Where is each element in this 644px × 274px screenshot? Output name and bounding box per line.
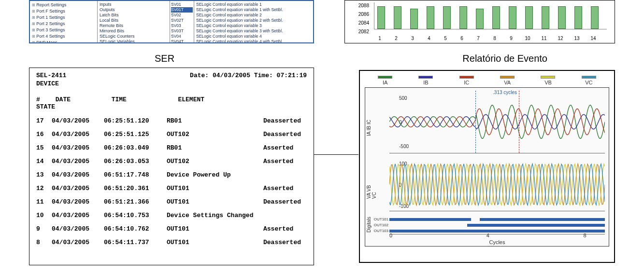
digital-row: OUT102 [389, 223, 605, 228]
bar [509, 6, 516, 29]
category-item[interactable]: Local Bits [100, 18, 168, 23]
bar-y-tick: 2088 [348, 1, 369, 10]
category-item[interactable]: Outputs [100, 7, 168, 13]
legend-item: VC [582, 76, 596, 85]
bar-x-tick: 2 [391, 36, 401, 41]
sv-item[interactable]: SV03 [171, 23, 193, 28]
settings-category-list[interactable]: InputsOutputsLatch BitsLocal BitsRemote … [98, 1, 170, 42]
bar [558, 6, 566, 29]
sv-description: SELogic Control equation variable 1 [196, 2, 311, 7]
settings-panel: Report SettingsPort F SettingsPort 1 Set… [29, 0, 314, 43]
category-item[interactable]: Mirrored Bits [100, 28, 168, 34]
sv-item[interactable]: SV04T [171, 39, 193, 43]
legend-swatch [418, 76, 433, 79]
bar-chart-x-axis: 1234567891011121314 [374, 31, 607, 41]
event-x-axis: Cycles 048 [389, 233, 605, 244]
category-item[interactable]: SELogic Counters [100, 34, 168, 39]
sv-description: SELogic Control equation variable 4 with… [196, 39, 311, 43]
legend-item: IA [378, 76, 392, 85]
fault-cursor[interactable] [475, 91, 476, 153]
sv-item[interactable]: SV01 [171, 2, 193, 7]
bar-x-tick: 8 [490, 36, 500, 41]
digitals-subplot: OUT101OUT102OUT103 [389, 215, 605, 234]
event-report-title: Relatório de Evento [462, 53, 547, 64]
legend-item: VA [500, 76, 515, 85]
current-subplot: 5000-500.313 cycles [389, 91, 605, 153]
digital-label: OUT101 [366, 217, 388, 221]
tree-item[interactable]: Report Settings [32, 2, 95, 8]
tree-item[interactable]: Port 2 Settings [32, 21, 95, 27]
ser-row: 804/03/200506:54:11.737OUT101Deasserted [36, 236, 307, 249]
bar [542, 6, 549, 29]
digital-label: OUT103 [366, 229, 388, 233]
ser-row: 1704/03/200506:25:51.120RB01Deasserted [36, 114, 307, 128]
sv-item[interactable]: SV03T [171, 28, 193, 34]
ser-rows: 1704/03/200506:25:51.120RB01Deasserted16… [36, 114, 307, 249]
digital-row: OUT101 [389, 217, 605, 222]
bar [377, 6, 385, 29]
voltage-subplot: 1000-100 [389, 158, 605, 211]
ser-col-elem: ELEMENT [178, 96, 274, 103]
ser-col-date: DATE [56, 96, 108, 103]
ser-row: 1304/03/200506:51:17.748Device Powered U… [36, 168, 307, 182]
sv-item[interactable]: SV04 [171, 34, 193, 39]
bar-x-tick: 9 [506, 36, 516, 41]
bar [427, 6, 434, 29]
ser-time-label: Time: [254, 72, 273, 79]
ser-row: 1604/03/200506:25:51.125OUT102Deasserted [36, 128, 307, 141]
ref-cursor[interactable] [519, 91, 519, 153]
ser-datetime: Date: 04/03/2005 Time: 07:21:19 [190, 72, 307, 79]
ser-row: 1204/03/200506:51:20.361OUT101Asserted [36, 182, 307, 195]
bar-x-tick: 14 [588, 36, 598, 41]
bar-chart-y-axis: 2088208620842082 [348, 1, 369, 36]
ser-row: 904/03/200506:54:10.762OUT101Asserted [36, 222, 307, 236]
event-x-label: Cycles [389, 239, 605, 245]
bar-x-tick: 11 [539, 36, 549, 41]
bar-y-tick: 2084 [348, 19, 369, 27]
sv-item[interactable]: SV01T [171, 7, 193, 13]
tree-item[interactable]: Port 4 Settings [32, 33, 95, 40]
ser-col-num: # [36, 96, 52, 103]
bar-x-tick: 12 [556, 36, 565, 41]
category-item[interactable]: SELogic Variables [100, 39, 168, 43]
legend-swatch [459, 76, 474, 79]
ser-title: SER [155, 53, 174, 64]
bar-x-tick: 6 [457, 36, 467, 41]
category-item[interactable]: Latch Bits [100, 13, 168, 18]
bar [410, 9, 418, 29]
event-x-tick: 4 [487, 233, 489, 238]
ser-date-value: 04/03/2005 [213, 72, 250, 79]
bar-y-tick: 2086 [348, 10, 369, 19]
connector-line [314, 154, 358, 155]
legend-swatch [378, 76, 392, 79]
legend-label: VB [544, 80, 552, 85]
current-axis-label: IA IB IC [366, 115, 372, 136]
sv-item[interactable]: SV02 [171, 13, 193, 18]
ser-report: SEL-2411 Date: 04/03/2005 Time: 07:21:19… [29, 68, 314, 265]
waveform-svg [389, 91, 605, 153]
category-item[interactable]: Remote Bits [100, 23, 168, 28]
legend-label: VA [504, 80, 511, 85]
sv-description: SELogic Control equation variable 1 with… [196, 7, 311, 13]
tree-item[interactable]: Port 3 Settings [32, 27, 95, 33]
tree-item[interactable]: Port F Settings [32, 8, 95, 14]
bar [476, 9, 484, 29]
legend-item: IB [418, 76, 433, 85]
legend-label: IC [464, 80, 469, 85]
sv-variable-list[interactable]: SV01SV01TSV02SV02TSV03SV03TSV04SV04TSV05… [170, 1, 194, 42]
settings-tree[interactable]: Report SettingsPort F SettingsPort 1 Set… [30, 1, 98, 42]
tree-item[interactable]: DNP Maps [32, 40, 95, 43]
sv-item[interactable]: SV02T [171, 18, 193, 23]
legend-item: IC [459, 76, 474, 85]
bar-chart-plot [374, 2, 607, 29]
category-item[interactable]: Inputs [100, 2, 168, 7]
sv-description: SELogic Control equation variable 3 with… [196, 28, 311, 34]
sv-description: SELogic Control equation variable 2 with… [196, 18, 311, 23]
bar-x-tick: 4 [424, 36, 434, 41]
bar [443, 6, 451, 29]
bar [492, 6, 500, 29]
bar [394, 6, 401, 29]
legend-swatch [541, 76, 555, 79]
tree-item[interactable]: Port 1 Settings [32, 14, 95, 21]
bar-x-tick: 5 [441, 36, 450, 41]
